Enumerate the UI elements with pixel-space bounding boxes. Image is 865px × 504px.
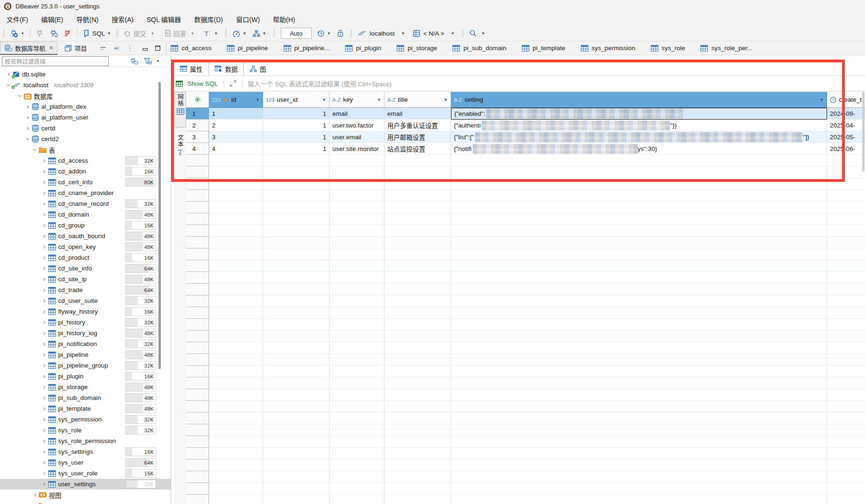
view-menu-icon[interactable]: ⋮	[123, 41, 136, 55]
active-connection-select[interactable]: localhost▼	[358, 30, 405, 37]
chevron-icon[interactable]: ›	[41, 362, 47, 369]
chevron-icon[interactable]: ›	[41, 416, 47, 422]
tree-item-certd[interactable]: ›certd	[0, 123, 171, 134]
menu-item-7[interactable]: 帮助(H)	[266, 15, 301, 24]
tree-item-cd_open_key[interactable]: ›cd_open_key48K	[0, 241, 171, 252]
chevron-icon[interactable]: ›	[41, 298, 47, 304]
tree-item-视图[interactable]: ›视图	[0, 489, 171, 500]
chevron-icon[interactable]: ›	[41, 287, 47, 293]
sql-editor-button[interactable]: SQL▼	[83, 30, 111, 38]
tree-item-cd_access[interactable]: ›cd_access32K	[0, 155, 171, 166]
reconnect-button[interactable]	[50, 30, 58, 37]
chevron-icon[interactable]: ›	[41, 168, 47, 174]
tree-item-cd_cname_provider[interactable]: ›cd_cname_provider	[0, 188, 171, 198]
editor-tab-cd_access[interactable]: cd_access	[168, 45, 225, 52]
menu-item-6[interactable]: 窗口(W)	[230, 15, 267, 24]
tree-item-sys_permission[interactable]: ›sys_permission32K	[0, 414, 171, 425]
chevron-icon[interactable]: ›	[41, 308, 47, 315]
filter-connected-icon[interactable]	[130, 58, 138, 65]
table-row[interactable]: 221user.two.factor用户多重认证设置{"authenti"}}2…	[186, 120, 865, 131]
editor-tab-pi_pipeline[interactable]: pi_pipeline	[225, 45, 281, 52]
close-icon[interactable]: ×	[49, 44, 53, 52]
new-connection-button[interactable]: ▼	[10, 30, 24, 38]
tree-item-cd_product[interactable]: ›cd_product16K	[0, 252, 171, 263]
tree-item-pi_sub_domain[interactable]: ›pi_sub_domain48K	[0, 392, 171, 403]
chevron-icon[interactable]: ›	[25, 114, 31, 120]
link-editor-icon[interactable]	[110, 41, 123, 55]
tree-item-pi_history[interactable]: ›pi_history32K	[0, 317, 171, 328]
select-all-corner[interactable]	[186, 92, 209, 108]
chevron-icon[interactable]: ›	[41, 276, 47, 282]
column-header-key[interactable]: A-Zkey▼	[330, 92, 384, 108]
tree-item-pi_storage[interactable]: ›pi_storage48K	[0, 382, 171, 392]
tree-item-cd_oauth_bound[interactable]: ›cd_oauth_bound48K	[0, 231, 171, 241]
tree-item-localhost[interactable]: ›localhostlocalhost:3309	[0, 80, 171, 90]
editor-tab-sys_role[interactable]: sys_role	[648, 45, 698, 52]
column-header-setting[interactable]: A-Zsetting▼	[451, 92, 827, 108]
menu-item-1[interactable]: 编辑(E)	[35, 15, 70, 24]
row-number[interactable]: 3	[186, 131, 209, 143]
chevron-icon[interactable]: ›	[41, 395, 47, 401]
chevron-icon[interactable]: ›	[41, 330, 47, 336]
chevron-icon[interactable]: ›	[41, 233, 47, 239]
dashboard-button[interactable]: ▼	[232, 30, 247, 37]
table-row[interactable]: 111emailemail{"enabled":2024-09-	[186, 108, 865, 120]
active-database-select[interactable]: < N/A >▼	[413, 30, 455, 37]
tree-item-ai_platform_user[interactable]: ›ai_platform_user	[0, 112, 171, 123]
tree-item-pi_template[interactable]: ›pi_template48K	[0, 403, 171, 414]
chevron-icon[interactable]: ›	[41, 341, 47, 347]
tree-item-数据库[interactable]: ›数据库	[0, 90, 171, 101]
editor-tab-pi_template[interactable]: pi_template	[519, 45, 579, 52]
filter-funnel-icon[interactable]	[144, 58, 152, 65]
sidebar-scrollbar[interactable]	[158, 82, 161, 369]
menu-item-5[interactable]: 数据库(D)	[188, 15, 229, 24]
show-sql-button[interactable]: Show SQL	[188, 80, 218, 87]
chevron-icon[interactable]: ›	[41, 255, 47, 261]
editor-tab-pi_pipeline[interactable]: pi_pipeline...	[281, 45, 343, 52]
chevron-icon[interactable]: ›	[41, 470, 47, 476]
tab-database-navigator[interactable]: 数据库导航 ×	[0, 41, 58, 55]
collapse-all-icon[interactable]	[97, 41, 110, 55]
editor-tab-pi_sub_domain[interactable]: pi_sub_domain	[450, 45, 519, 52]
chevron-icon[interactable]: ›	[41, 265, 47, 271]
tree-item-cd_site_info[interactable]: ›cd_site_info64K	[0, 263, 171, 274]
chevron-icon[interactable]: ›	[41, 244, 47, 250]
row-number[interactable]: 2	[186, 120, 209, 131]
tree-item-sys_settings[interactable]: ›sys_settings16K	[0, 446, 171, 457]
minimize-panel-icon[interactable]	[139, 41, 151, 55]
tree-item-cd_cname_record[interactable]: ›cd_cname_record32K	[0, 198, 171, 209]
editor-tab-pi_storage[interactable]: pi_storage	[394, 45, 450, 52]
chevron-icon[interactable]: ›	[41, 427, 47, 433]
auto-commit-input[interactable]: Auto	[281, 28, 312, 39]
grid-scrollbar[interactable]	[862, 92, 865, 172]
chevron-icon[interactable]: ›	[41, 190, 47, 196]
table-row[interactable]: 441user.site.monitor站点监控设置{"notifiys":30…	[186, 143, 865, 155]
tree-item-cd_addon[interactable]: ›cd_addon16K	[0, 166, 171, 177]
tree-item-sys_role[interactable]: ›sys_role32K	[0, 425, 171, 436]
tree-item-flyway_history[interactable]: ›flyway_history16K	[0, 306, 171, 317]
setting-cell[interactable]: {"notifiys":30}	[451, 143, 827, 155]
chevron-icon[interactable]: ›	[32, 147, 38, 153]
chevron-icon[interactable]: ›	[41, 158, 47, 164]
tree-item-sys_user[interactable]: ›sys_user64K	[0, 457, 171, 468]
menu-item-3[interactable]: 搜索(A)	[105, 15, 140, 24]
chevron-icon[interactable]: ›	[41, 449, 47, 455]
tree-item-pi_history_log[interactable]: ›pi_history_log48K	[0, 328, 171, 339]
tree-item-user_settings[interactable]: ›user_settings32K	[0, 479, 171, 489]
editor-tab-sys_role_per[interactable]: sys_role_per...	[698, 45, 766, 52]
editor-tab-sys_permission[interactable]: sys_permission	[579, 45, 648, 52]
column-header-user_id[interactable]: 123user_id▼	[263, 92, 330, 108]
menu-item-4[interactable]: SQL 编辑器	[140, 15, 188, 24]
sql-filter-input[interactable]: 输入一个 SQL 表达式来过滤结果 (使用 Ctrl+Space)	[248, 79, 392, 88]
commit-button[interactable]: 提交▼	[123, 29, 155, 38]
chevron-icon[interactable]: ›	[25, 125, 31, 131]
cluster-button[interactable]: ▼	[253, 30, 266, 37]
disconnect-button[interactable]	[64, 30, 71, 37]
tree-item-sys_role_permission[interactable]: ›sys_role_permission	[0, 436, 171, 446]
tree-item-pi_pipeline_group[interactable]: ›pi_pipeline_group32K	[0, 360, 171, 371]
tree-item-pi_notification[interactable]: ›pi_notification32K	[0, 339, 171, 349]
tree-item-表[interactable]: ›表	[0, 144, 171, 155]
filter-dropdown-icon[interactable]: ▼	[156, 59, 160, 63]
chevron-icon[interactable]: ›	[41, 201, 47, 207]
tree-item-certd2[interactable]: ›certd2	[0, 134, 171, 144]
